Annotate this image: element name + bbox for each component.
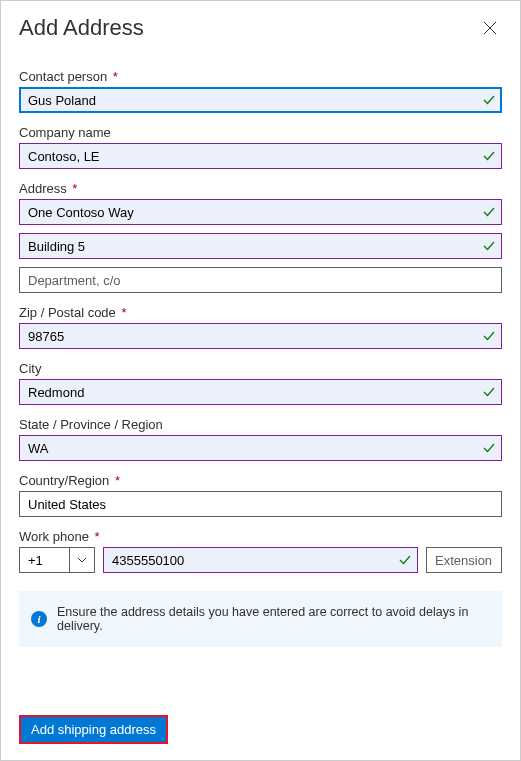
- phone-label: Work phone *: [19, 529, 502, 544]
- country-input[interactable]: [19, 491, 502, 517]
- city-input[interactable]: [19, 379, 502, 405]
- state-label: State / Province / Region: [19, 417, 502, 432]
- phone-number-input[interactable]: [103, 547, 418, 573]
- zip-input[interactable]: [19, 323, 502, 349]
- state-input[interactable]: [19, 435, 502, 461]
- info-banner: i Ensure the address details you have en…: [19, 591, 502, 647]
- info-text: Ensure the address details you have ente…: [57, 605, 490, 633]
- phone-country-code-input[interactable]: [19, 547, 69, 573]
- zip-label: Zip / Postal code *: [19, 305, 502, 320]
- info-icon: i: [31, 611, 47, 627]
- chevron-down-icon: [77, 555, 87, 565]
- phone-country-code-dropdown[interactable]: [69, 547, 95, 573]
- address-label: Address *: [19, 181, 502, 196]
- company-name-label: Company name: [19, 125, 502, 140]
- contact-person-input[interactable]: [19, 87, 502, 113]
- phone-extension-input[interactable]: [426, 547, 502, 573]
- contact-person-label: Contact person *: [19, 69, 502, 84]
- close-icon: [483, 21, 497, 35]
- add-shipping-address-button[interactable]: Add shipping address: [19, 715, 168, 744]
- address-line3-input[interactable]: [19, 267, 502, 293]
- close-button[interactable]: [478, 16, 502, 40]
- panel-title: Add Address: [19, 15, 144, 41]
- company-name-input[interactable]: [19, 143, 502, 169]
- city-label: City: [19, 361, 502, 376]
- address-line1-input[interactable]: [19, 199, 502, 225]
- address-line2-input[interactable]: [19, 233, 502, 259]
- country-label: Country/Region *: [19, 473, 502, 488]
